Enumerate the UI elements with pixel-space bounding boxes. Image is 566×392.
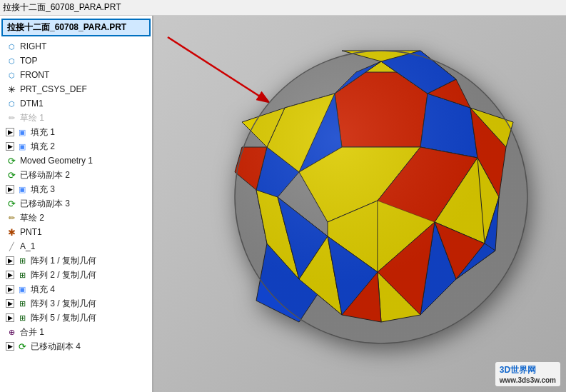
tree-item-array3[interactable]: ▶ ⊞ 阵列 3 / 复制几何 — [0, 296, 152, 311]
tree-label-moved4: 已移动副本 4 — [31, 341, 81, 353]
expand-array3[interactable]: ▶ — [6, 299, 14, 308]
expand-array1[interactable]: ▶ — [6, 256, 14, 265]
tree-item-top[interactable]: ⬡ TOP — [0, 54, 152, 68]
tree-item-pnt1[interactable]: ✱ PNT1 — [0, 225, 152, 239]
watermark: 3D世界网 www.3ds3w.com — [495, 362, 560, 386]
tree-item-array1[interactable]: ▶ ⊞ 阵列 1 / 复制几何 — [0, 253, 152, 268]
tree-item-moved3[interactable]: ⟳ 已移动副本 3 — [0, 196, 152, 211]
tree-label-fill4: 填充 4 — [31, 283, 55, 296]
3d-model-svg — [213, 36, 549, 365]
model-tree-panel: 拉接十二面_60708_PARA.PRT ⬡ RIGHT ⬡ TOP ⬡ FRO… — [0, 16, 153, 392]
plane-icon: ⬡ — [6, 41, 17, 52]
fill-icon-4: ▣ — [16, 283, 28, 295]
tree-item-fill1[interactable]: ▶ ▣ 填充 1 — [0, 125, 152, 139]
sketch-icon-1: ✏ — [6, 112, 17, 124]
tree-item-csys[interactable]: ✳ PRT_CSYS_DEF — [0, 82, 152, 96]
tree-label-array3: 阵列 3 / 复制几何 — [31, 298, 96, 310]
tree-label-sketch2: 草绘 2 — [20, 212, 44, 224]
sketch-icon-2: ✏ — [6, 212, 17, 223]
tree-label-fill3: 填充 3 — [31, 184, 55, 196]
moved-geo-icon-1: ⟳ — [6, 155, 17, 166]
moved-icon-4: ⟳ — [16, 341, 28, 352]
tree-item-merge1[interactable]: ⊕ 合并 1 — [0, 325, 152, 339]
tree-label-array5: 阵列 5 / 复制几何 — [31, 312, 96, 324]
expand-array2[interactable]: ▶ — [6, 271, 14, 279]
tree-item-fill4[interactable]: ▶ ▣ 填充 4 — [0, 282, 152, 296]
tree-item-a1[interactable]: ╱ A_1 — [0, 239, 152, 253]
title-bar: 拉接十二面_60708_PARA.PRT — [0, 0, 566, 16]
tree-label-movedgeo1: Moved Geometry 1 — [20, 156, 93, 166]
tree-item-moved2[interactable]: ⟳ 已移动副本 2 — [0, 168, 152, 182]
tree-label-array2: 阵列 2 / 复制几何 — [31, 269, 96, 281]
tree-label-pnt1: PNT1 — [20, 227, 42, 237]
watermark-line2: www.3ds3w.com — [500, 376, 556, 384]
tree-label-a1: A_1 — [20, 241, 35, 251]
tree-root-header[interactable]: 拉接十二面_60708_PARA.PRT — [1, 19, 151, 36]
merge-icon: ⊕ — [6, 326, 17, 338]
moved-icon-2: ⟳ — [6, 169, 17, 181]
tree-label-moved2: 已移动副本 2 — [20, 169, 70, 181]
tree-item-front[interactable]: ⬡ FRONT — [0, 68, 152, 82]
expand-fill2[interactable]: ▶ — [6, 142, 14, 151]
array-icon-2: ⊞ — [16, 269, 28, 281]
expand-moved4[interactable]: ▶ — [6, 342, 14, 351]
tree-label-fill1: 填充 1 — [31, 126, 55, 139]
array-icon-5: ⊞ — [16, 312, 28, 323]
point-icon: ✱ — [6, 226, 17, 238]
tree-label-array1: 阵列 1 / 复制几何 — [31, 255, 96, 267]
expand-fill3[interactable]: ▶ — [6, 185, 14, 194]
fill-icon-1: ▣ — [16, 126, 28, 138]
fill-icon-2: ▣ — [16, 141, 28, 152]
watermark-line1: 3D世界网 — [500, 364, 556, 376]
expand-fill4[interactable]: ▶ — [6, 285, 14, 293]
tree-item-right[interactable]: ⬡ RIGHT — [0, 39, 152, 54]
tree-label-moved3: 已移动副本 3 — [20, 198, 70, 210]
tree-item-sketch1[interactable]: ✏ 草绘 1 — [0, 111, 152, 125]
tree-label-front: FRONT — [20, 70, 49, 80]
viewport[interactable]: 3D世界网 www.3ds3w.com — [153, 16, 566, 392]
array-icon-1: ⊞ — [16, 255, 28, 266]
tree-item-fill3[interactable]: ▶ ▣ 填充 3 — [0, 182, 152, 196]
tree-label-csys: PRT_CSYS_DEF — [20, 84, 87, 94]
tree-item-fill2[interactable]: ▶ ▣ 填充 2 — [0, 139, 152, 154]
tree-item-sketch2[interactable]: ✏ 草绘 2 — [0, 211, 152, 225]
moved-icon-3: ⟳ — [6, 198, 17, 209]
tree-label-fill2: 填充 2 — [31, 141, 55, 153]
plane-icon-dtm1: ⬡ — [6, 98, 17, 109]
tree-label-merge1: 合并 1 — [20, 326, 44, 338]
array-icon-3: ⊞ — [16, 298, 28, 309]
tree-label-dtm1: DTM1 — [20, 99, 44, 109]
tree-item-dtm1[interactable]: ⬡ DTM1 — [0, 96, 152, 111]
tree-item-array2[interactable]: ▶ ⊞ 阵列 2 / 复制几何 — [0, 268, 152, 282]
expand-array5[interactable]: ▶ — [6, 313, 14, 322]
axis-icon: ╱ — [6, 241, 17, 252]
tree-label-top: TOP — [20, 56, 37, 66]
csys-icon: ✳ — [6, 84, 17, 95]
tree-item-array5[interactable]: ▶ ⊞ 阵列 5 / 复制几何 — [0, 311, 152, 325]
expand-fill1[interactable]: ▶ — [6, 128, 14, 136]
title-bar-text: 拉接十二面_60708_PARA.PRT — [3, 1, 121, 14]
svg-point-37 — [235, 51, 527, 343]
tree-label-sketch1: 草绘 1 — [20, 112, 44, 124]
fill-icon-3: ▣ — [16, 184, 28, 195]
tree-item-moved4[interactable]: ▶ ⟳ 已移动副本 4 — [0, 339, 152, 353]
plane-icon-top: ⬡ — [6, 55, 17, 66]
tree-item-movedgeo1[interactable]: ⟳ Moved Geometry 1 — [0, 154, 152, 168]
tree-label-right: RIGHT — [20, 41, 46, 51]
plane-icon-front: ⬡ — [6, 69, 17, 81]
